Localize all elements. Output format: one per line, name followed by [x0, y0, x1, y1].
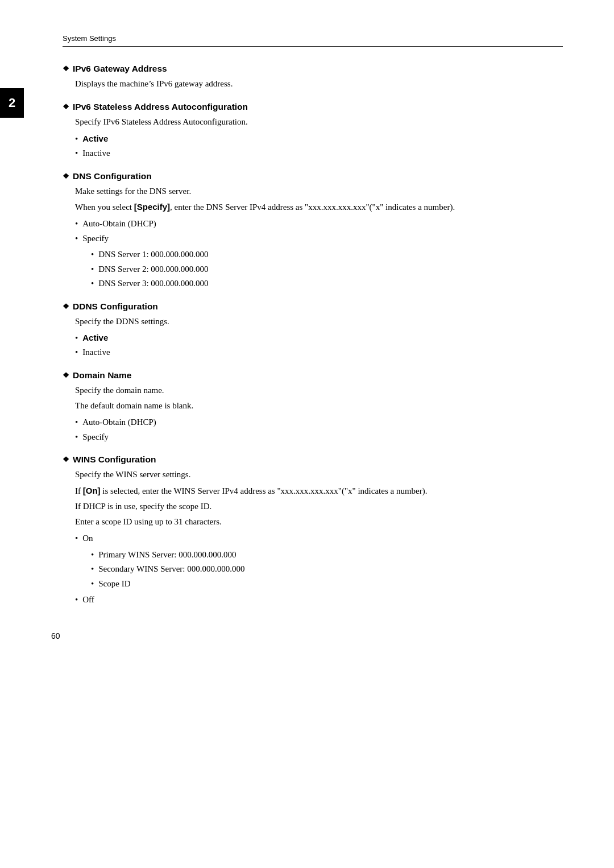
list-item: On — [75, 532, 563, 545]
wins-body: Specify the WINS server settings. If [On… — [75, 468, 563, 606]
on-label: On — [82, 532, 93, 545]
section-title-ipv6-gateway: ❖ IPv6 Gateway Address — [63, 64, 563, 74]
list-item: DNS Server 3: 000.000.000.000 — [91, 277, 563, 290]
wins-sub-list: Primary WINS Server: 000.000.000.000 Sec… — [91, 548, 563, 590]
list-item: Inactive — [75, 147, 563, 160]
list-item: Secondary WINS Server: 000.000.000.000 — [91, 563, 563, 576]
dns-desc-1: Make settings for the DNS server. — [75, 185, 563, 198]
inactive-label-1: Inactive — [82, 147, 110, 160]
ddns-body: Specify the DDNS settings. Active Inacti… — [75, 315, 563, 359]
ddns-list: Active Inactive — [75, 332, 563, 359]
dns-body: Make settings for the DNS server. When y… — [75, 185, 563, 290]
wins-desc-3: If DHCP is in use, specify the scope ID. — [75, 500, 563, 513]
list-item: Scope ID — [91, 577, 563, 590]
scope-id: Scope ID — [98, 577, 130, 590]
ipv6-gateway-title: IPv6 Gateway Address — [73, 64, 167, 74]
ddns-title: DDNS Configuration — [73, 301, 158, 312]
ipv6-stateless-body: Specify IPv6 Stateless Address Autoconfi… — [75, 115, 563, 159]
dns-sub-list: DNS Server 1: 000.000.000.000 DNS Server… — [91, 248, 563, 290]
diamond-icon: ❖ — [63, 64, 69, 73]
wins-desc-1: Specify the WINS server settings. — [75, 468, 563, 481]
specify-label: Specify — [82, 232, 109, 245]
section-dns-config: ❖ DNS Configuration Make settings for th… — [63, 171, 563, 290]
domain-title: Domain Name — [73, 370, 131, 381]
section-title-ddns: ❖ DDNS Configuration — [63, 301, 563, 312]
list-item: Auto-Obtain (DHCP) — [75, 416, 563, 429]
list-item: DNS Server 1: 000.000.000.000 — [91, 248, 563, 261]
ddns-desc: Specify the DDNS settings. — [75, 315, 563, 328]
diamond-icon-5: ❖ — [63, 371, 69, 379]
auto-obtain-dhcp-2: Auto-Obtain (DHCP) — [82, 416, 156, 429]
list-item: Active — [75, 133, 563, 146]
wins-list: On — [75, 532, 563, 545]
list-item: Inactive — [75, 346, 563, 359]
diamond-icon-2: ❖ — [63, 102, 69, 111]
header-line: System Settings — [63, 34, 563, 47]
wins-off-list: Off — [75, 593, 563, 606]
chapter-marker: 2 — [0, 88, 24, 118]
list-item: Active — [75, 332, 563, 345]
domain-desc-1: Specify the domain name. — [75, 384, 563, 397]
section-title-dns: ❖ DNS Configuration — [63, 171, 563, 181]
section-wins-config: ❖ WINS Configuration Specify the WINS se… — [63, 454, 563, 606]
wins-desc-4: Enter a scope ID using up to 31 characte… — [75, 515, 563, 528]
domain-list: Auto-Obtain (DHCP) Specify — [75, 416, 563, 443]
ipv6-stateless-title: IPv6 Stateless Address Autoconfiguration — [73, 102, 248, 112]
section-ddns-config: ❖ DDNS Configuration Specify the DDNS se… — [63, 301, 563, 359]
wins-title: WINS Configuration — [73, 454, 156, 465]
diamond-icon-4: ❖ — [63, 302, 69, 311]
diamond-icon-6: ❖ — [63, 455, 69, 464]
dns-server-2: DNS Server 2: 000.000.000.000 — [98, 263, 208, 276]
dns-server-1: DNS Server 1: 000.000.000.000 — [98, 248, 208, 261]
list-item: Primary WINS Server: 000.000.000.000 — [91, 548, 563, 561]
wins-desc-2: If [On] is selected, enter the WINS Serv… — [75, 484, 563, 498]
on-inline: [On] — [83, 486, 101, 495]
section-title-domain: ❖ Domain Name — [63, 370, 563, 381]
active-label-1: Active — [82, 133, 108, 146]
inactive-label-2: Inactive — [82, 346, 110, 359]
secondary-wins: Secondary WINS Server: 000.000.000.000 — [98, 563, 244, 576]
specify-inline: [Specify] — [134, 202, 170, 212]
dns-desc-2: When you select [Specify], enter the DNS… — [75, 200, 563, 214]
list-item: DNS Server 2: 000.000.000.000 — [91, 263, 563, 276]
list-item: Auto-Obtain (DHCP) — [75, 217, 563, 230]
section-ipv6-gateway: ❖ IPv6 Gateway Address Displays the mach… — [63, 64, 563, 90]
auto-obtain-dhcp-1: Auto-Obtain (DHCP) — [82, 217, 156, 230]
section-domain-name: ❖ Domain Name Specify the domain name. T… — [63, 370, 563, 444]
specify-label-2: Specify — [82, 431, 109, 444]
domain-desc-2: The default domain name is blank. — [75, 399, 563, 412]
section-title-ipv6-stateless: ❖ IPv6 Stateless Address Autoconfigurati… — [63, 102, 563, 112]
list-item: Specify — [75, 431, 563, 444]
domain-body: Specify the domain name. The default dom… — [75, 384, 563, 444]
section-title-wins: ❖ WINS Configuration — [63, 454, 563, 465]
primary-wins: Primary WINS Server: 000.000.000.000 — [98, 548, 236, 561]
off-label: Off — [82, 593, 94, 606]
section-ipv6-stateless: ❖ IPv6 Stateless Address Autoconfigurati… — [63, 102, 563, 159]
ipv6-gateway-body: Displays the machine’s IPv6 gateway addr… — [75, 77, 563, 90]
page-container: System Settings 2 ❖ IPv6 Gateway Address… — [0, 0, 614, 663]
list-item: Specify — [75, 232, 563, 245]
ipv6-stateless-desc: Specify IPv6 Stateless Address Autoconfi… — [75, 115, 563, 129]
dns-server-3: DNS Server 3: 000.000.000.000 — [98, 277, 208, 290]
dns-title: DNS Configuration — [73, 171, 152, 181]
list-item: Off — [75, 593, 563, 606]
dns-list: Auto-Obtain (DHCP) Specify — [75, 217, 563, 245]
diamond-icon-3: ❖ — [63, 172, 69, 180]
header-title: System Settings — [63, 34, 116, 43]
chapter-number: 2 — [9, 96, 15, 110]
ipv6-gateway-desc: Displays the machine’s IPv6 gateway addr… — [75, 77, 563, 90]
page-number: 60 — [51, 631, 60, 640]
ipv6-stateless-list: Active Inactive — [75, 133, 563, 160]
active-label-2: Active — [82, 332, 108, 345]
